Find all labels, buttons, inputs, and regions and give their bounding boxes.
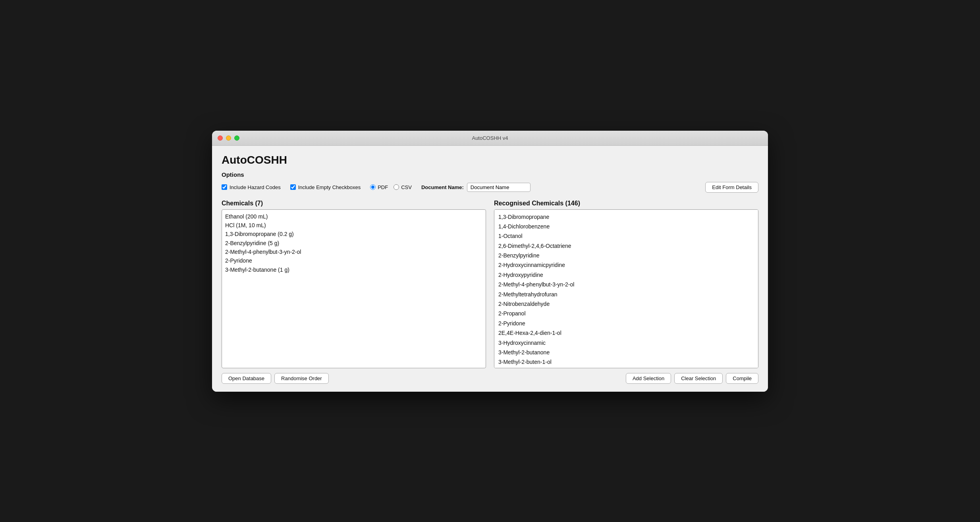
list-item[interactable]: 2-Hydroxycinnamicpyridine <box>498 260 755 270</box>
list-item[interactable]: 3-Hydroxycinnamic <box>498 338 755 348</box>
lists-section: Chemicals (7) Ethanol (200 mL) HCl (1M, … <box>222 200 758 368</box>
chemicals-header: Chemicals (7) <box>222 200 486 207</box>
list-item[interactable]: 2-Methyl-4-phenylbut-3-yn-2-ol <box>498 280 755 289</box>
main-window: AutoCOSHH v4 AutoCOSHH Options Include H… <box>212 131 768 392</box>
maximize-button[interactable] <box>234 135 239 141</box>
include-empty-checkboxes-checkbox[interactable]: Include Empty Checkboxes <box>290 184 361 190</box>
title-bar: AutoCOSHH v4 <box>212 131 768 146</box>
hazard-codes-input[interactable] <box>222 184 227 190</box>
document-name-label: Document Name: <box>421 184 464 190</box>
minimize-button[interactable] <box>226 135 231 141</box>
pdf-radio[interactable] <box>370 184 376 190</box>
csv-label: CSV <box>401 184 412 190</box>
pdf-label: PDF <box>378 184 388 190</box>
empty-checkboxes-label: Include Empty Checkboxes <box>298 184 361 190</box>
list-item[interactable]: 2-Benzylpyridine <box>498 251 755 260</box>
list-item[interactable]: 2-Propanol <box>498 309 755 318</box>
list-item[interactable]: 1,3-Dibromopropane <box>498 212 755 222</box>
list-item[interactable]: 2E,4E-Hexa-2,4-dien-1-ol <box>498 328 755 338</box>
open-database-button[interactable]: Open Database <box>222 373 271 384</box>
list-item[interactable]: 1,4-Dichlorobenzene <box>498 222 755 231</box>
list-item[interactable]: 3-Methyl-2-butanone <box>498 348 755 357</box>
include-hazard-codes-checkbox[interactable]: Include Hazard Codes <box>222 184 281 190</box>
edit-form-details-button[interactable]: Edit Form Details <box>705 182 758 193</box>
csv-radio[interactable] <box>394 184 399 190</box>
list-item[interactable]: 2-Nitrobenzaldehyde <box>498 299 755 309</box>
list-item[interactable]: 1-Octanol <box>498 231 755 241</box>
hazard-codes-label: Include Hazard Codes <box>230 184 281 190</box>
clear-selection-button[interactable]: Clear Selection <box>674 373 723 384</box>
recognised-chemicals-header: Recognised Chemicals (146) <box>494 200 758 207</box>
add-selection-button[interactable]: Add Selection <box>626 373 671 384</box>
empty-checkboxes-input[interactable] <box>290 184 296 190</box>
bottom-right-buttons: Add Selection Clear Selection Compile <box>626 373 758 384</box>
list-item[interactable]: 2-Pyridone <box>498 319 755 328</box>
list-item[interactable]: 2-Methyltetrahydrofuran <box>498 290 755 299</box>
pdf-radio-item[interactable]: PDF <box>370 184 388 190</box>
chemicals-textarea[interactable]: Ethanol (200 mL) HCl (1M, 10 mL) 1,3-Dib… <box>222 209 486 368</box>
list-item[interactable]: 3-Methyl-3-buten-1-ol <box>498 367 755 368</box>
window-title: AutoCOSHH v4 <box>472 135 508 141</box>
close-button[interactable] <box>218 135 223 141</box>
randomise-order-button[interactable]: Randomise Order <box>274 373 329 384</box>
recognised-chemicals-panel: Recognised Chemicals (146) 1,3-Dibromopr… <box>494 200 758 368</box>
options-label: Options <box>222 171 758 178</box>
options-row: Include Hazard Codes Include Empty Check… <box>222 182 758 193</box>
compile-button[interactable]: Compile <box>726 373 758 384</box>
list-item[interactable]: 3-Methyl-2-buten-1-ol <box>498 357 755 367</box>
list-item[interactable]: 2-Hydroxypyridine <box>498 270 755 280</box>
chemicals-panel: Chemicals (7) Ethanol (200 mL) HCl (1M, … <box>222 200 486 368</box>
csv-radio-item[interactable]: CSV <box>394 184 412 190</box>
window-content: AutoCOSHH Options Include Hazard Codes I… <box>212 146 768 392</box>
window-controls <box>218 135 239 141</box>
format-radio-group: PDF CSV <box>370 184 412 190</box>
list-item[interactable]: 2,6-Dimethyl-2,4,6-Octatriene <box>498 241 755 251</box>
recognised-chemicals-list[interactable]: 1,3-Dibromopropane1,4-Dichlorobenzene1-O… <box>494 209 758 368</box>
document-name-group: Document Name: <box>421 183 531 192</box>
document-name-input[interactable] <box>467 183 531 192</box>
app-title: AutoCOSHH <box>222 154 758 166</box>
bottom-bar: Open Database Randomise Order Add Select… <box>222 373 758 385</box>
